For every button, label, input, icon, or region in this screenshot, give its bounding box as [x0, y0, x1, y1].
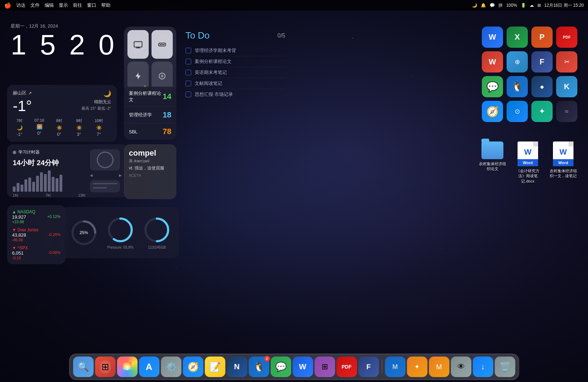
dock-qq-badge: 2 — [264, 356, 270, 361]
menu-view[interactable]: 显示 — [59, 2, 68, 8]
stock-row-1: ▼ Dow Jones 43,828 -0.20% -86.06 — [12, 227, 61, 242]
widget-stocks: ▲ NASDAQ 19,927 +0.12% +23.88 ▼ Dow Jone… — [7, 205, 65, 264]
app-icon-focusmind[interactable]: F — [531, 51, 553, 73]
svg-rect-0 — [134, 41, 142, 47]
weather-temp: -1° — [13, 98, 32, 115]
weather-icon-1: 🌅 — [36, 124, 42, 129]
ctrl-screen-btn[interactable] — [127, 30, 149, 59]
dock-masterpdf[interactable]: ✦ — [407, 357, 427, 377]
svg-marker-7 — [136, 73, 141, 80]
todo-checkbox-4[interactable] — [185, 92, 191, 97]
todo-checkbox-2[interactable] — [185, 70, 191, 75]
dock-launchpad[interactable]: ⊞ — [95, 357, 115, 377]
menu-file[interactable]: 文件 — [30, 2, 40, 8]
menubar-left: 🍎 访达 文件 编辑 显示 前往 窗口 帮助 — [4, 2, 110, 9]
moon-icon: 🌙 — [472, 3, 477, 8]
menu-help[interactable]: 帮助 — [101, 2, 110, 8]
menu-go[interactable]: 前往 — [73, 2, 82, 8]
todo-item-3[interactable]: 文献阅读笔记 — [185, 78, 285, 89]
app-icon-k[interactable]: K — [556, 76, 577, 97]
app-icon-moneyflow[interactable]: ≈ — [556, 101, 577, 122]
app-icon-wps[interactable]: W — [482, 51, 503, 73]
app-icon-collab[interactable]: ⊕ — [507, 51, 528, 73]
stock-price-0: 19,927 — [12, 214, 26, 220]
app-icon-wechat[interactable]: 💬 — [482, 76, 503, 97]
dock-newnode[interactable]: N — [227, 357, 247, 377]
widget-gauges: 25% Pressure: 55.8% 113/245GB — [62, 207, 179, 258]
dock-settings[interactable]: ⚙️ — [161, 357, 181, 377]
file-item-word-0[interactable]: W Word 《会计研究方法》阅读笔记.docx — [514, 141, 542, 184]
dock-wechat[interactable]: 💬 — [270, 357, 291, 377]
app-icon-mango[interactable]: ⊙ — [507, 101, 528, 122]
app-icon-safari[interactable]: 🧭 — [482, 101, 503, 122]
todo-checkbox-1[interactable] — [185, 59, 191, 64]
dock-focusmind[interactable]: F — [358, 357, 379, 377]
icloud-icon[interactable]: ☁ — [530, 3, 534, 8]
dock-safari[interactable]: 🧭 — [183, 357, 203, 377]
svg-point-11 — [97, 152, 113, 168]
todo-checkbox-3[interactable] — [185, 81, 191, 86]
menu-edit[interactable]: 编辑 — [45, 2, 54, 8]
dock-mosaic[interactable]: ⊞ — [314, 357, 335, 377]
input-method-icon[interactable]: 拼 — [498, 2, 503, 8]
dock-trash[interactable]: 🗑️ — [495, 357, 515, 377]
app-icon-zenmind[interactable]: ✂ — [556, 51, 577, 73]
app-icon-qq[interactable]: 🐧 — [507, 76, 528, 97]
dock-yoink[interactable]: ↓ — [473, 357, 493, 377]
gauge-circle-1 — [106, 216, 135, 244]
todo-text-1: 案例分析课程论文 — [195, 58, 232, 65]
apple-menu[interactable]: 🍎 — [4, 2, 11, 9]
menu-window[interactable]: 窗口 — [87, 2, 96, 8]
todo-item-0[interactable]: 管理经济学期末考背 — [185, 45, 285, 56]
dock-notes[interactable]: 📝 — [205, 357, 225, 377]
app-icon-newnode[interactable]: ● — [531, 76, 553, 97]
todo-title: To Do — [185, 30, 210, 41]
notification-icon[interactable]: 🔔 — [481, 3, 486, 8]
dock-finder[interactable]: 🔍 — [73, 357, 93, 377]
dock-photos[interactable]: 🌅 — [117, 357, 137, 377]
file-name-2: 农村集体经济组织一文...读笔记 — [549, 168, 577, 179]
todo-item-2[interactable]: 英语期末考笔记 — [185, 67, 285, 78]
score-row-2: SBL 78 — [124, 123, 176, 140]
timer-bar-9 — [44, 174, 47, 192]
todo-item-4[interactable]: 思想汇报·市场记录 — [185, 89, 285, 100]
stock-change2-1: -86.06 — [12, 238, 61, 242]
app-icon-ppt[interactable]: P — [531, 27, 553, 48]
timer-dial-top — [90, 149, 120, 170]
dock-appstore[interactable]: A — [139, 357, 159, 377]
app-icon-pdf[interactable]: PDF — [556, 27, 577, 48]
control-center-icon[interactable]: ⊞ — [537, 3, 541, 8]
dock-multiplan[interactable]: M — [385, 357, 405, 377]
timer-label-row: ◀▶ — [90, 173, 122, 177]
weather-temp-1: 0° — [37, 131, 41, 136]
app-icon-word[interactable]: W — [482, 27, 503, 48]
ctrl-mute-btn[interactable] — [152, 30, 173, 59]
stock-price-2: 6,051 — [12, 250, 24, 256]
todo-checkbox-0[interactable] — [185, 48, 191, 53]
app-icon-excel[interactable]: X — [507, 27, 528, 48]
weather-hour-4: 10时 ☀️ 7° — [92, 118, 105, 137]
dock-word[interactable]: W — [292, 357, 313, 377]
timer-right: ◀▶ — [90, 149, 122, 192]
wechat-status-icon[interactable]: 💬 — [490, 3, 495, 8]
weather-time-0: 7时 — [16, 118, 22, 123]
dock-pdf[interactable]: PDF — [336, 357, 357, 377]
gauge-text-1 — [106, 216, 135, 244]
ctrl-bolt-btn[interactable]: ⚡ — [127, 62, 149, 90]
svg-rect-13 — [93, 187, 107, 189]
ctrl-circle-btn[interactable] — [152, 62, 173, 90]
menu-finder[interactable]: 访达 — [16, 2, 25, 8]
weather-time-4: 10时 — [95, 118, 103, 123]
gauge-circle-2 — [143, 216, 171, 244]
timer-left: 学习计时器 14小时 24分钟 1时 7时 13时 — [13, 149, 86, 192]
dict-tag: #CET4 — [129, 173, 171, 178]
dock-preview[interactable]: 👁 — [451, 357, 471, 377]
dock-qq[interactable]: 🐧 2 — [249, 357, 269, 377]
weather-condition: 晴朗无云 — [81, 99, 111, 105]
score-row-0: 案例分析课程论文 14 — [124, 87, 176, 107]
file-item-folder[interactable]: 农村集体经济组织论文 — [478, 141, 507, 172]
dock-markers[interactable]: M — [429, 357, 449, 377]
app-icon-chatgpt[interactable]: ✦ — [531, 101, 553, 122]
todo-item-1[interactable]: 案例分析课程论文 — [185, 56, 285, 67]
file-item-word-1[interactable]: W Word 农村集体经济组织一文...读笔记 — [549, 141, 577, 179]
